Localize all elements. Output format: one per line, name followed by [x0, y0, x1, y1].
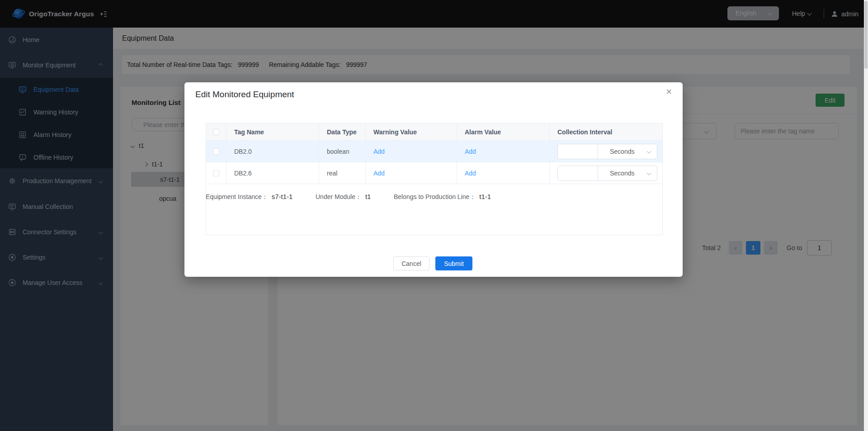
table-row: DB2.0 boolean Add Add Seconds — [206, 141, 662, 162]
interval-unit-value: Seconds — [610, 148, 634, 155]
col-header-data-type: Data Type — [319, 123, 366, 140]
submit-button[interactable]: Submit — [435, 256, 472, 270]
col-header-collection-interval: Collection Interval — [550, 123, 662, 140]
tag-name-cell: DB2.6 — [226, 162, 319, 184]
collection-interval-group: Seconds — [557, 166, 657, 181]
collection-interval-group: Seconds — [557, 144, 657, 159]
interval-value-input[interactable] — [558, 144, 598, 159]
col-header-warning-value: Warning Value — [366, 123, 457, 140]
tag-name-cell: DB2.0 — [226, 141, 319, 162]
table-header-row: Tag Name Data Type Warning Value Alarm V… — [206, 123, 662, 141]
modal-title: Edit Monitored Equipment — [195, 90, 294, 99]
chevron-down-icon — [647, 149, 651, 154]
scrollbar-thumb[interactable] — [864, 1, 868, 69]
interval-value-input[interactable] — [558, 166, 598, 180]
table-row: DB2.6 real Add Add Seconds — [206, 162, 662, 184]
select-all-checkbox[interactable] — [213, 129, 219, 135]
add-alarm-value-link[interactable]: Add — [465, 148, 476, 155]
add-alarm-value-link[interactable]: Add — [465, 170, 476, 177]
row-checkbox[interactable] — [213, 148, 219, 155]
modal-tag-table: Tag Name Data Type Warning Value Alarm V… — [206, 123, 663, 235]
interval-unit-select[interactable]: Seconds — [598, 144, 657, 159]
data-type-cell: boolean — [319, 141, 366, 162]
col-header-alarm-value: Alarm Value — [457, 123, 550, 140]
data-type-cell: real — [319, 162, 366, 184]
add-warning-value-link[interactable]: Add — [373, 170, 385, 177]
row-checkbox[interactable] — [213, 170, 219, 176]
add-warning-value-link[interactable]: Add — [373, 148, 385, 155]
interval-unit-select[interactable]: Seconds — [598, 166, 657, 180]
col-header-tag-name: Tag Name — [226, 123, 319, 140]
interval-unit-value: Seconds — [610, 170, 634, 177]
chevron-down-icon — [647, 171, 651, 175]
app-root: OrigoTracker Argus English Help admin — [0, 0, 868, 431]
edit-monitored-equipment-modal: Edit Monitored Equipment × Equipment Ins… — [184, 82, 683, 277]
cancel-button[interactable]: Cancel — [393, 256, 429, 270]
vertical-scrollbar[interactable] — [864, 0, 868, 431]
close-icon[interactable]: × — [666, 87, 672, 97]
